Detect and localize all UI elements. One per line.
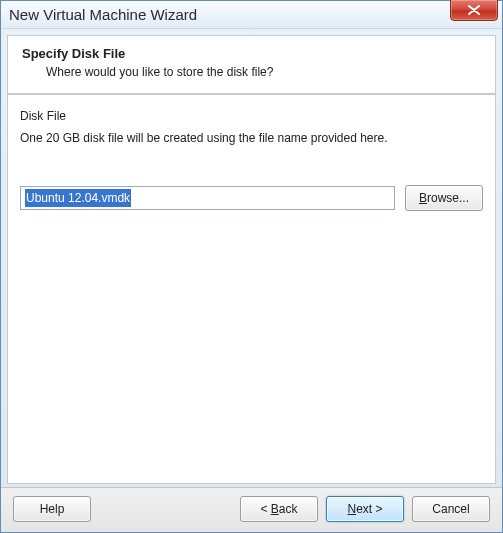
disk-file-label: Disk File xyxy=(20,109,483,123)
wizard-window: New Virtual Machine Wizard Specify Disk … xyxy=(0,0,503,533)
disk-file-value: Ubuntu 12.04.vmdk xyxy=(25,189,131,207)
page-title: Specify Disk File xyxy=(22,46,481,61)
wizard-body: Disk File One 20 GB disk file will be cr… xyxy=(7,94,496,484)
next-button[interactable]: Next > xyxy=(326,496,404,522)
window-title: New Virtual Machine Wizard xyxy=(9,6,197,23)
disk-file-input[interactable]: Ubuntu 12.04.vmdk xyxy=(20,186,395,210)
page-subtitle: Where would you like to store the disk f… xyxy=(46,65,481,79)
titlebar: New Virtual Machine Wizard xyxy=(1,1,502,29)
help-button[interactable]: Help xyxy=(13,496,91,522)
browse-button[interactable]: Browse... xyxy=(405,185,483,211)
disk-file-row: Ubuntu 12.04.vmdk Browse... xyxy=(20,185,483,211)
cancel-button[interactable]: Cancel xyxy=(412,496,490,522)
disk-file-description: One 20 GB disk file will be created usin… xyxy=(20,131,483,145)
back-button[interactable]: < Back xyxy=(240,496,318,522)
close-button[interactable] xyxy=(450,0,498,21)
close-icon xyxy=(468,5,480,15)
wizard-header: Specify Disk File Where would you like t… xyxy=(7,35,496,94)
wizard-footer: Help < Back Next > Cancel xyxy=(1,487,502,532)
